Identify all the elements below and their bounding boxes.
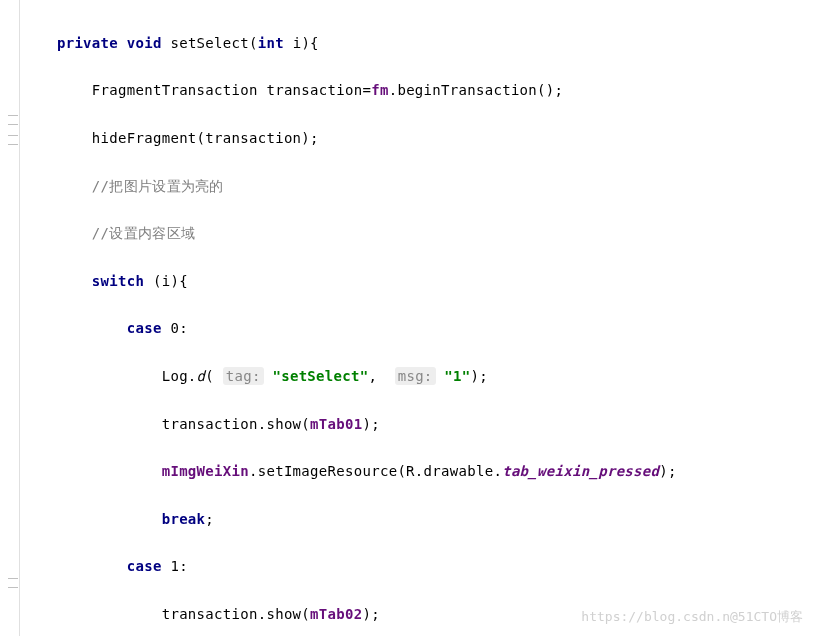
arg: transaction [205, 130, 301, 146]
code-line: mImgWeiXin.setImageResource(R.drawable.t… [22, 460, 805, 484]
keyword: switch [92, 273, 144, 289]
keyword: int [258, 35, 284, 51]
field: fm [371, 82, 388, 98]
fold-marker[interactable] [8, 135, 18, 145]
param-hint: tag: [223, 367, 264, 385]
code-line: case 1: [22, 555, 805, 579]
resource: tab_weixin_pressed [502, 463, 659, 479]
code-editor[interactable]: private void setSelect(int i){ FragmentT… [22, 8, 805, 636]
code-line: transaction.show(mTab01); [22, 413, 805, 437]
comment: //设置内容区域 [92, 225, 195, 241]
code-line: switch (i){ [22, 270, 805, 294]
var: transaction [162, 606, 258, 622]
var: i [162, 273, 171, 289]
method-call: beginTransaction [397, 82, 537, 98]
fold-marker[interactable] [8, 115, 18, 125]
method-name: setSelect [170, 35, 249, 51]
class: R [406, 463, 415, 479]
method-call: hideFragment [92, 130, 197, 146]
keyword: case [127, 558, 162, 574]
code-line: Log.d( tag: "setSelect", msg: "1"); [22, 365, 805, 389]
fold-marker[interactable] [8, 578, 18, 588]
code-line: FragmentTransaction transaction=fm.begin… [22, 79, 805, 103]
code-line: case 0: [22, 317, 805, 341]
param: i [293, 35, 302, 51]
var: transaction [162, 416, 258, 432]
method-call: setImageResource [258, 463, 398, 479]
param-hint: msg: [395, 367, 436, 385]
type: FragmentTransaction [92, 82, 258, 98]
method-call: show [266, 606, 301, 622]
var: transaction [266, 82, 362, 98]
editor-gutter [0, 0, 20, 636]
field: mTab01 [310, 416, 362, 432]
field: mTab02 [310, 606, 362, 622]
literal: 1 [170, 558, 179, 574]
field: mImgWeiXin [162, 463, 249, 479]
literal: 0 [170, 320, 179, 336]
keyword: break [162, 511, 206, 527]
method-call: show [266, 416, 301, 432]
code-line: //把图片设置为亮的 [22, 175, 805, 199]
code-line: private void setSelect(int i){ [22, 32, 805, 56]
class: Log [162, 368, 188, 384]
code-line: hideFragment(transaction); [22, 127, 805, 151]
code-line: transaction.show(mTab02); [22, 603, 805, 627]
sub: drawable [424, 463, 494, 479]
code-line: //设置内容区域 [22, 222, 805, 246]
string: "setSelect" [272, 368, 368, 384]
keyword: void [127, 35, 162, 51]
keyword: case [127, 320, 162, 336]
method-call: d [197, 368, 206, 384]
comment: //把图片设置为亮的 [92, 178, 224, 194]
code-line: break; [22, 508, 805, 532]
keyword: private [57, 35, 118, 51]
string: "1" [444, 368, 470, 384]
